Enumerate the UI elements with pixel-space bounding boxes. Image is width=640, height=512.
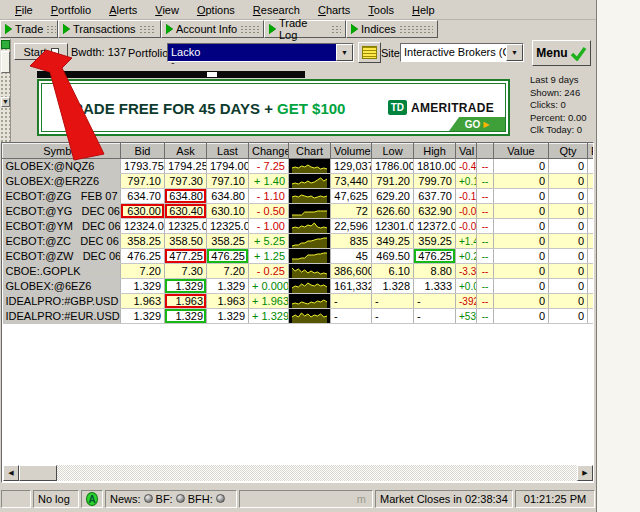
symbol-cell: CBOE:.GOPLK	[3, 264, 121, 279]
scroll-thumb[interactable]	[19, 465, 57, 481]
chart-cell	[289, 204, 331, 219]
value-cell: 0	[494, 174, 549, 189]
value-cell: 0	[494, 249, 549, 264]
table-row[interactable]: GLOBEX:@NQZ61793.751794.251794.00- 7.251…	[3, 159, 595, 174]
scroll-left-button[interactable]: ◀	[3, 465, 19, 481]
col-header-change[interactable]: Change	[249, 144, 289, 159]
col-header-low[interactable]: Low	[372, 144, 414, 159]
last-cell: 634.80	[207, 189, 249, 204]
menu-view[interactable]: View	[146, 2, 188, 18]
ad-headline-main: TRADE FREE FOR 45 DAYS +	[63, 100, 273, 117]
layout-list-button[interactable]	[358, 42, 381, 63]
dash-cell: --	[477, 234, 494, 249]
menu-help[interactable]: Help	[403, 2, 444, 18]
table-row[interactable]: IDEALPRO:#EUR.USD1.3291.3291.329+ 1.329-…	[3, 309, 595, 324]
value-cell: 0	[494, 204, 549, 219]
status-log-panel: No log	[33, 490, 79, 508]
play-icon	[269, 24, 276, 34]
col-header-val-chg[interactable]: Val Chg	[456, 144, 477, 159]
chart-cell	[289, 294, 331, 309]
bid-cell: 797.10	[121, 174, 165, 189]
portfolio-select[interactable]: Lacko ▼	[167, 43, 354, 62]
tab-indices[interactable]: Indices	[346, 20, 438, 38]
status-autotrade-panel[interactable]: A	[81, 490, 103, 508]
ad-headline-offer: GET $100	[277, 100, 345, 117]
valchg-cell: +0.0	[456, 279, 477, 294]
start-button[interactable]: Start	[14, 43, 68, 60]
col-header-bid[interactable]: Bid	[121, 144, 165, 159]
change-cell: - 1.10	[249, 189, 289, 204]
h-scrollbar[interactable]: ◀ ▶	[3, 465, 593, 481]
col-header-high[interactable]: High	[414, 144, 456, 159]
high-cell: 1.333	[414, 279, 456, 294]
table-row[interactable]: ECBOT:@ZG FEB 07634.70634.80634.80- 1.10…	[3, 189, 595, 204]
chart-cell	[289, 159, 331, 174]
bfh-label: BFH:	[188, 493, 213, 505]
sparkline-chart	[292, 160, 327, 173]
col-header-value[interactable]: Value	[494, 144, 549, 159]
bfh-status-icon	[216, 494, 225, 503]
col-header-last[interactable]: Last	[207, 144, 249, 159]
tab-account-info[interactable]: Account Info	[161, 20, 264, 38]
tab-trade[interactable]: Trade	[0, 20, 58, 38]
col-header-symbol[interactable]: Symbol	[3, 144, 121, 159]
menu-tools[interactable]: Tools	[359, 2, 403, 18]
tab-label: Indices	[361, 23, 396, 35]
scroll-right-button[interactable]: ▶	[577, 465, 593, 481]
symbol-cell: ECBOT:@YM DEC 06	[3, 219, 121, 234]
valchg-cell: +1.4	[456, 234, 477, 249]
strip-down-arrow-icon[interactable]: ▼	[1, 97, 10, 107]
table-row[interactable]: ECBOT:@ZC DEC 06358.25358.50358.25+ 5.25…	[3, 234, 595, 249]
ad-banner[interactable]: TRADE FREE FOR 45 DAYS + GET $100 TD AME…	[37, 79, 510, 136]
quotes-table: SymbolBidAskLastChangeChartVolumeLowHigh…	[2, 143, 594, 324]
go-button[interactable]: GO ▶	[449, 117, 505, 131]
sparkline-chart	[292, 250, 327, 263]
sparkline-chart	[292, 310, 327, 323]
menu-alerts[interactable]: Alerts	[100, 2, 146, 18]
start-checkbox[interactable]	[51, 48, 59, 56]
site-select[interactable]: Interactive Brokers (C ▼	[400, 43, 524, 62]
bf-label: BF:	[156, 493, 173, 505]
menu-portfolio[interactable]: Portfolio	[42, 2, 100, 18]
change-cell: + 1.25	[249, 249, 289, 264]
menu-button[interactable]: Menu	[532, 40, 591, 66]
dash-cell: --	[477, 204, 494, 219]
chart-cell	[289, 189, 331, 204]
partial-cell	[588, 174, 595, 189]
partial-cell	[588, 189, 595, 204]
progress-tick	[207, 72, 217, 77]
table-row[interactable]: GLOBEX:@6EZ61.3291.3291.329+ 0.0002161,3…	[3, 279, 595, 294]
table-row[interactable]: CBOE:.GOPLK7.207.307.20- 0.25386,6006.10…	[3, 264, 595, 279]
site-dropdown-arrow-icon[interactable]: ▼	[506, 44, 523, 61]
tab-trade-log[interactable]: Trade Log	[264, 20, 346, 38]
bid-cell: 12324.0	[121, 219, 165, 234]
col-header-volume[interactable]: Volume	[331, 144, 372, 159]
last-cell: 358.25	[207, 234, 249, 249]
table-row[interactable]: ECBOT:@YM DEC 0612324.012325.012325.0- 1…	[3, 219, 595, 234]
tab-transactions[interactable]: Transactions	[58, 20, 161, 38]
bid-cell: 7.20	[121, 264, 165, 279]
menu-options[interactable]: Options	[188, 2, 244, 18]
col-header-qty[interactable]: Qty	[549, 144, 588, 159]
table-row[interactable]: ECBOT:@ZW DEC 06476.25477.25476.25+ 1.25…	[3, 249, 595, 264]
table-row[interactable]: ECBOT:@YG DEC 06630.00630.40630.10- 0.50…	[3, 204, 595, 219]
menu-research[interactable]: Research	[244, 2, 309, 18]
scroll-track[interactable]	[19, 465, 577, 481]
valchg-cell: -0.1	[456, 189, 477, 204]
col-header-blank[interactable]	[477, 144, 494, 159]
low-cell: -	[372, 309, 414, 324]
col-header-ask[interactable]: Ask	[165, 144, 207, 159]
table-row[interactable]: IDEALPRO:#GBP.USD1.9631.9631.963+ 1.9632…	[3, 294, 595, 309]
table-row[interactable]: GLOBEX:@ER2Z6797.10797.30797.10+ 1.4073,…	[3, 174, 595, 189]
bid-cell: 1.329	[121, 279, 165, 294]
portfolio-dropdown-arrow-icon[interactable]: ▼	[336, 44, 353, 61]
value-cell: 0	[494, 279, 549, 294]
tab-bar: TradeTransactionsAccount InfoTrade LogIn…	[0, 20, 596, 39]
col-header-f[interactable]: F	[588, 144, 595, 159]
menu-file[interactable]: File	[6, 2, 42, 18]
col-header-chart[interactable]: Chart	[289, 144, 331, 159]
qty-cell: 0	[549, 219, 588, 234]
value-cell: 0	[494, 189, 549, 204]
tab-label: Account Info	[176, 23, 237, 35]
menu-charts[interactable]: Charts	[309, 2, 359, 18]
